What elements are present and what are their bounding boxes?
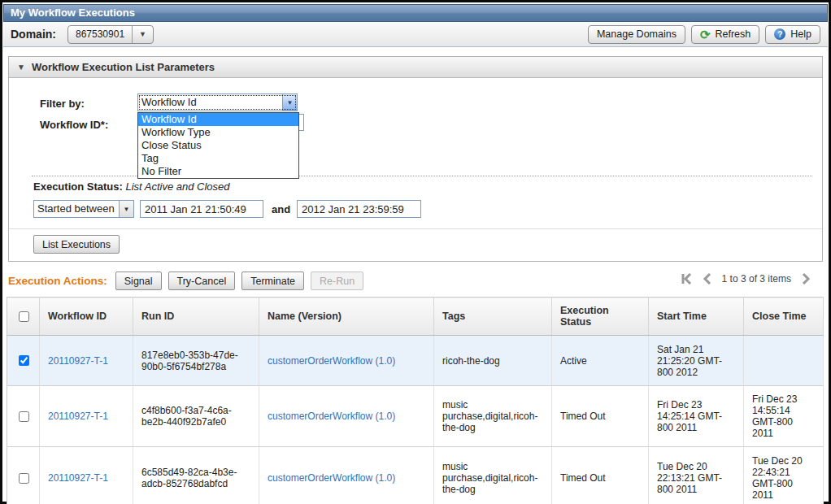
separator bbox=[9, 228, 822, 229]
col-execution-status: Execution Status bbox=[552, 298, 649, 336]
start-time-cell: Fri Dec 23 14:25:14 GMT-800 2011 bbox=[649, 386, 744, 447]
col-close-time: Close Time bbox=[744, 298, 824, 336]
pagination-text: 1 to 3 of 3 items bbox=[722, 273, 791, 285]
col-run-id: Run ID bbox=[133, 298, 259, 336]
execution-status-value: List Active and Closed bbox=[125, 180, 229, 193]
start-time-cell: Tue Dec 20 22:13:21 GMT-800 2011 bbox=[649, 447, 744, 504]
domain-selector[interactable]: 867530901 ▼ bbox=[67, 25, 154, 44]
close-time-cell bbox=[744, 336, 824, 386]
workflow-id-label: Workflow ID*: bbox=[40, 119, 108, 131]
col-start-time: Start Time bbox=[649, 298, 744, 336]
re-run-button: Re-Run bbox=[311, 272, 363, 290]
start-date-from-input[interactable] bbox=[140, 200, 263, 218]
execution-status-line: Execution Status: List Active and Closed bbox=[33, 180, 230, 193]
row-checkbox[interactable] bbox=[19, 411, 29, 422]
next-page-icon[interactable] bbox=[801, 273, 811, 285]
page-title: My Workflow Executions bbox=[3, 4, 828, 22]
row-checkbox[interactable] bbox=[19, 355, 29, 366]
collapse-triangle-icon: ▼ bbox=[17, 63, 25, 72]
chevron-down-icon[interactable]: ▼ bbox=[282, 94, 297, 111]
chevron-down-icon: ▼ bbox=[132, 26, 153, 43]
run-id-cell: 817e8eb0-353b-47de-90b0-5f6754bf278a bbox=[133, 336, 259, 386]
manage-domains-button[interactable]: Manage Domains bbox=[588, 25, 685, 44]
try-cancel-button[interactable]: Try-Cancel bbox=[168, 272, 236, 290]
table-row: 20110927-T-1 c4f8b600-f3a7-4c6a-be2b-440… bbox=[7, 386, 824, 447]
start-date-to-input[interactable] bbox=[297, 200, 421, 218]
start-time-cell: Sat Jan 21 21:25:20 GMT-800 2012 bbox=[649, 336, 744, 386]
domain-value: 867530901 bbox=[68, 28, 132, 40]
select-all-checkbox[interactable] bbox=[19, 311, 29, 322]
execution-list-parameters-panel: ▼ Workflow Execution List Parameters Fil… bbox=[8, 56, 823, 262]
col-name-version: Name (Version) bbox=[259, 298, 434, 336]
close-time-cell: Tue Dec 20 22:43:21 GMT-800 2011 bbox=[744, 447, 824, 504]
refresh-icon: ⟳ bbox=[700, 28, 711, 41]
col-tags: Tags bbox=[434, 298, 552, 336]
filter-by-value: Workflow Id bbox=[138, 94, 282, 111]
list-executions-button[interactable]: List Executions bbox=[33, 235, 120, 254]
workflow-id-link[interactable]: 20110927-T-1 bbox=[48, 411, 108, 422]
started-between-select[interactable]: Started between ▼ bbox=[33, 200, 134, 218]
table-header-row: Workflow ID Run ID Name (Version) Tags E… bbox=[7, 298, 824, 336]
execution-actions-bar: Execution Actions: Signal Try-Cancel Ter… bbox=[8, 272, 370, 290]
first-page-icon[interactable] bbox=[681, 273, 693, 285]
dropdown-option-tag[interactable]: Tag bbox=[138, 152, 298, 165]
toolbar: Domain: 867530901 ▼ Manage Domains ⟳ Ref… bbox=[3, 22, 828, 47]
tags-cell: music purchase,digital,ricoh-the-dog bbox=[434, 386, 552, 447]
col-workflow-id: Workflow ID bbox=[40, 298, 133, 336]
execution-status-cell: Active bbox=[552, 336, 649, 386]
execution-status-cell: Timed Out bbox=[552, 447, 649, 504]
dropdown-option-close-status[interactable]: Close Status bbox=[138, 139, 298, 152]
help-icon: ? bbox=[774, 28, 785, 40]
table-row: 20110927-T-1 817e8eb0-353b-47de-90b0-5f6… bbox=[7, 336, 824, 386]
tags-cell: music purchase,digital,ricoh-the-dog bbox=[434, 447, 552, 504]
name-version-link[interactable]: customerOrderWorkflow (1.0) bbox=[268, 411, 395, 422]
executions-table: Workflow ID Run ID Name (Version) Tags E… bbox=[7, 297, 824, 504]
dropdown-option-workflow-type[interactable]: Workflow Type bbox=[138, 126, 298, 139]
pagination: 1 to 3 of 3 items bbox=[676, 273, 816, 285]
dropdown-option-no-filter[interactable]: No Filter bbox=[138, 165, 298, 178]
chevron-down-icon[interactable]: ▼ bbox=[119, 201, 133, 217]
workflow-id-link[interactable]: 20110927-T-1 bbox=[48, 355, 108, 367]
help-button[interactable]: ? Help bbox=[765, 25, 820, 44]
table-row: 20110927-T-1 6c585d49-82ca-4b3e-adcb-852… bbox=[7, 447, 824, 504]
started-between-value: Started between bbox=[34, 201, 119, 217]
run-id-cell: 6c585d49-82ca-4b3e-adcb-852768dabfcd bbox=[133, 447, 259, 504]
execution-actions-label: Execution Actions: bbox=[8, 275, 107, 287]
domain-label: Domain: bbox=[11, 28, 56, 41]
filter-by-select[interactable]: Workflow Id ▼ bbox=[137, 93, 298, 111]
filter-by-label: Filter by: bbox=[40, 98, 85, 110]
app-window: My Workflow Executions Domain: 867530901… bbox=[0, 0, 831, 504]
terminate-button[interactable]: Terminate bbox=[241, 272, 304, 290]
close-time-cell: Fri Dec 23 14:55:14 GMT-800 2011 bbox=[744, 386, 824, 447]
run-id-cell: c4f8b600-f3a7-4c6a-be2b-440f92b7afe0 bbox=[133, 386, 259, 447]
row-checkbox[interactable] bbox=[19, 473, 29, 484]
execution-status-cell: Timed Out bbox=[552, 386, 649, 447]
name-version-link[interactable]: customerOrderWorkflow (1.0) bbox=[268, 355, 395, 367]
execution-status-label: Execution Status: bbox=[33, 180, 123, 193]
panel-title: Workflow Execution List Parameters bbox=[32, 61, 215, 73]
panel-header[interactable]: ▼ Workflow Execution List Parameters bbox=[9, 57, 822, 78]
dropdown-option-workflow-id[interactable]: Workflow Id bbox=[138, 113, 298, 126]
tags-cell: ricoh-the-dog bbox=[434, 336, 552, 386]
signal-button[interactable]: Signal bbox=[115, 272, 162, 290]
workflow-id-link[interactable]: 20110927-T-1 bbox=[48, 472, 108, 484]
name-version-link[interactable]: customerOrderWorkflow (1.0) bbox=[268, 472, 395, 484]
previous-page-icon[interactable] bbox=[703, 273, 712, 285]
filter-dropdown-list: Workflow Id Workflow Type Close Status T… bbox=[137, 112, 299, 179]
and-label: and bbox=[272, 203, 290, 215]
refresh-button[interactable]: ⟳ Refresh bbox=[691, 25, 759, 44]
